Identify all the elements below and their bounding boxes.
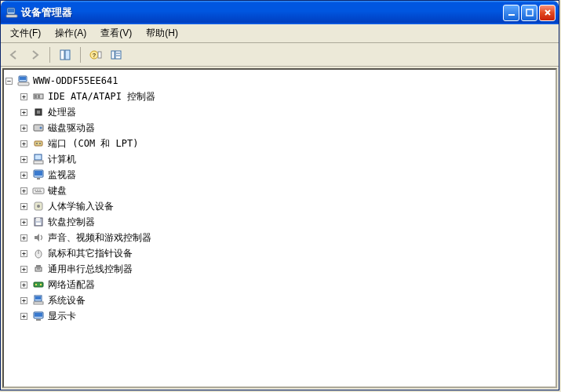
tree-node[interactable]: +端口 (COM 和 LPT): [5, 136, 554, 151]
expand-icon[interactable]: +: [20, 109, 27, 116]
tree-node-label: 人体学输入设备: [48, 198, 114, 214]
maximize-button[interactable]: [521, 5, 537, 21]
svg-rect-17: [20, 77, 26, 80]
svg-point-28: [39, 143, 41, 144]
svg-rect-51: [40, 284, 42, 285]
svg-point-40: [37, 205, 40, 208]
tree-node[interactable]: +人体学输入设备: [5, 198, 554, 214]
svg-rect-34: [33, 188, 44, 194]
tree-node[interactable]: +IDE ATA/ATAPI 控制器: [5, 89, 554, 104]
ide-icon: [32, 90, 45, 103]
tree-node[interactable]: +网络适配器: [5, 277, 554, 292]
tree-node[interactable]: +磁盘驱动器: [5, 120, 554, 136]
expand-icon[interactable]: +: [20, 234, 27, 241]
tree-node[interactable]: +软盘控制器: [5, 214, 554, 230]
mouse-icon: [32, 247, 45, 260]
svg-point-25: [40, 127, 42, 129]
minimize-button[interactable]: [503, 5, 519, 21]
svg-text:?: ?: [93, 52, 97, 59]
computer-icon: [5, 6, 18, 19]
tree-indent: [5, 245, 20, 261]
device-tree[interactable]: − WWW-ODDF55EE641 +IDE ATA/ATAPI 控制器+处理器…: [2, 68, 557, 388]
disk-icon: [32, 122, 45, 134]
collapse-icon[interactable]: −: [5, 78, 13, 85]
window-title: 设备管理器: [21, 5, 503, 20]
root-label: WWW-ODDF55EE641: [33, 73, 118, 89]
expand-icon[interactable]: +: [20, 93, 27, 100]
tree-node-label: 端口 (COM 和 LPT): [48, 136, 138, 151]
menu-action[interactable]: 操作(A): [49, 25, 93, 42]
svg-rect-50: [35, 284, 37, 285]
system-icon: [32, 294, 45, 307]
tree-node[interactable]: +系统设备: [5, 292, 554, 308]
titlebar: 设备管理器: [1, 1, 559, 24]
tree-indent: [5, 277, 20, 292]
tree-node[interactable]: +键盘: [5, 183, 554, 198]
svg-rect-21: [38, 95, 40, 98]
expand-icon[interactable]: +: [20, 281, 27, 289]
expand-icon[interactable]: +: [20, 156, 27, 163]
expand-icon[interactable]: +: [20, 313, 27, 320]
tree-node-label: 系统设备: [48, 292, 86, 308]
window-controls: [503, 5, 556, 21]
tree-node-label: 声音、视频和游戏控制器: [48, 230, 151, 245]
expand-icon[interactable]: +: [20, 203, 27, 210]
menu-file[interactable]: 文件(F): [4, 25, 47, 42]
expand-icon[interactable]: +: [20, 125, 27, 132]
usb-icon: [32, 263, 45, 275]
tree-indent: [5, 183, 20, 198]
expand-icon[interactable]: +: [20, 187, 27, 194]
tree-node[interactable]: +监视器: [5, 167, 554, 183]
tree-node[interactable]: +计算机: [5, 151, 554, 167]
view-mode-button[interactable]: [107, 46, 125, 64]
svg-rect-3: [508, 14, 515, 16]
tree-indent: [5, 89, 20, 104]
network-icon: [32, 278, 45, 291]
close-button[interactable]: [539, 5, 556, 21]
tree-indent: [5, 136, 20, 151]
expand-icon[interactable]: +: [20, 172, 27, 179]
tree-node[interactable]: +显示卡: [5, 308, 554, 324]
tree-indent: [5, 230, 20, 245]
svg-rect-11: [98, 52, 101, 58]
svg-rect-29: [35, 154, 42, 160]
monitor-icon: [32, 169, 45, 181]
expand-icon[interactable]: +: [20, 219, 27, 226]
back-button: [5, 46, 23, 64]
expand-icon[interactable]: +: [20, 140, 27, 147]
tree-node[interactable]: +处理器: [5, 104, 554, 120]
tree-indent: [5, 292, 20, 308]
tree-node-label: 处理器: [48, 104, 76, 120]
hid-icon: [32, 200, 45, 212]
expand-icon[interactable]: +: [20, 266, 27, 273]
svg-rect-38: [35, 191, 42, 192]
menu-help[interactable]: 帮助(H): [140, 25, 184, 42]
svg-rect-23: [37, 111, 40, 114]
display-icon: [32, 310, 45, 322]
menu-view[interactable]: 查看(V): [94, 25, 138, 42]
expand-icon[interactable]: +: [20, 297, 27, 304]
tree-node[interactable]: +声音、视频和游戏控制器: [5, 230, 554, 245]
computer-icon: [32, 153, 45, 165]
tree-node-label: 磁盘驱动器: [48, 120, 95, 136]
svg-rect-12: [111, 51, 115, 59]
svg-rect-4: [526, 9, 533, 16]
tree-node-label: 计算机: [48, 151, 76, 167]
toolbar-separator: [80, 47, 81, 63]
tree-node[interactable]: +鼠标和其它指针设备: [5, 245, 554, 261]
svg-rect-30: [34, 161, 43, 164]
floppy-icon: [32, 216, 45, 228]
properties-button[interactable]: [56, 46, 74, 64]
tree-indent: [5, 261, 20, 277]
svg-rect-47: [36, 265, 41, 267]
svg-rect-7: [60, 50, 64, 60]
tree-node[interactable]: +通用串行总线控制器: [5, 261, 554, 277]
svg-rect-18: [18, 82, 29, 85]
expand-icon[interactable]: +: [20, 250, 27, 257]
tree-node-label: IDE ATA/ATAPI 控制器: [48, 89, 155, 104]
tree-node-label: 通用串行总线控制器: [48, 261, 133, 277]
svg-rect-33: [37, 178, 40, 180]
menubar: 文件(F) 操作(A) 查看(V) 帮助(H): [1, 24, 559, 43]
tree-root-node[interactable]: − WWW-ODDF55EE641: [5, 73, 554, 89]
help-button[interactable]: ?: [87, 46, 104, 64]
